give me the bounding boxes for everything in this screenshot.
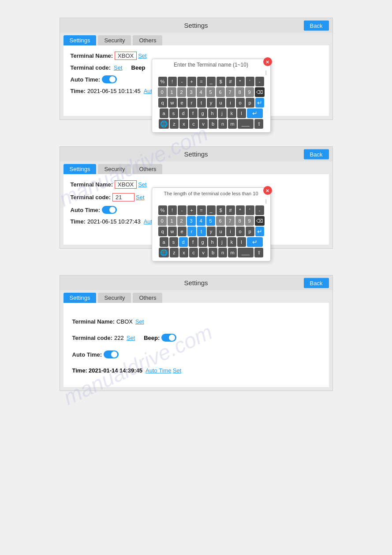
kb-v[interactable]: v bbox=[199, 119, 208, 129]
kb2-star[interactable]: * bbox=[236, 205, 245, 215]
kb-j[interactable]: j bbox=[218, 108, 227, 118]
kb-3[interactable]: 3 bbox=[187, 87, 196, 97]
kb-o[interactable]: o bbox=[236, 98, 245, 108]
tab-settings-3[interactable]: Settings bbox=[63, 293, 97, 303]
kb2-4[interactable]: 4 bbox=[197, 216, 205, 226]
kb-enter-1[interactable]: ↵ bbox=[255, 98, 264, 108]
kb2-g[interactable]: g bbox=[198, 237, 207, 247]
kb2-q[interactable]: q bbox=[158, 227, 167, 236]
back-button-2[interactable]: Back bbox=[304, 149, 329, 159]
kb2-e[interactable]: e bbox=[178, 227, 187, 236]
terminal-name-set-2[interactable]: Set bbox=[138, 181, 147, 188]
kb2-u[interactable]: u bbox=[217, 227, 225, 236]
kb2-j[interactable]: j bbox=[218, 237, 227, 247]
kb2-excl[interactable]: ! bbox=[168, 205, 177, 215]
kb2-i[interactable]: i bbox=[226, 227, 235, 236]
auto-link-3[interactable]: Auto Time bbox=[146, 367, 172, 374]
kb-d[interactable]: d bbox=[179, 108, 188, 118]
kb-t[interactable]: t bbox=[197, 98, 206, 108]
beep-toggle-3[interactable] bbox=[161, 334, 176, 342]
kb-k[interactable]: k bbox=[228, 108, 236, 118]
kb-n[interactable]: n bbox=[218, 119, 227, 129]
kb-z[interactable]: z bbox=[170, 119, 179, 129]
tab-security-2[interactable]: Security bbox=[98, 164, 131, 174]
back-button-3[interactable]: Back bbox=[304, 278, 329, 288]
kb2-s[interactable]: s bbox=[169, 237, 178, 247]
kb-4[interactable]: 4 bbox=[197, 87, 205, 97]
terminal-code-set-3[interactable]: Set bbox=[127, 335, 135, 341]
kb-m[interactable]: m bbox=[228, 119, 237, 129]
kb-g[interactable]: g bbox=[198, 108, 207, 118]
kb2-c[interactable]: c bbox=[189, 248, 198, 257]
kb-h[interactable]: h bbox=[208, 108, 217, 118]
kb2-z[interactable]: z bbox=[170, 248, 179, 257]
kb-dash[interactable]: - bbox=[255, 77, 264, 86]
kb2-r[interactable]: r bbox=[187, 227, 196, 236]
terminal-name-set-1[interactable]: Set bbox=[138, 52, 147, 59]
kb-space[interactable]: ___ bbox=[238, 119, 254, 129]
tab-security-1[interactable]: Security bbox=[98, 35, 131, 45]
kb-quote[interactable]: ' bbox=[246, 77, 254, 86]
kb2-0[interactable]: 0 bbox=[158, 216, 167, 226]
kb-p[interactable]: p bbox=[246, 98, 254, 108]
kb2-a[interactable]: a bbox=[160, 237, 168, 247]
kb-globe[interactable]: 🌐 bbox=[159, 119, 169, 129]
kb-8[interactable]: 8 bbox=[235, 87, 244, 97]
kb2-t[interactable]: t bbox=[197, 227, 206, 236]
kb2-9[interactable]: 9 bbox=[245, 216, 254, 226]
kb2-7[interactable]: 7 bbox=[226, 216, 235, 226]
auto-time-toggle-2[interactable] bbox=[102, 206, 117, 214]
kb2-m[interactable]: m bbox=[228, 248, 237, 257]
kb2-globe[interactable]: 🌐 bbox=[159, 248, 169, 257]
kb-enter-2[interactable]: ↵ bbox=[247, 108, 263, 118]
kb2-h[interactable]: h bbox=[208, 237, 217, 247]
kb-7[interactable]: 7 bbox=[226, 87, 235, 97]
auto-time-toggle-1[interactable] bbox=[102, 75, 117, 83]
kb-1[interactable]: 1 bbox=[168, 87, 176, 97]
kb-minus[interactable]: - bbox=[178, 77, 187, 86]
kb-5[interactable]: 5 bbox=[206, 87, 215, 97]
kb-q[interactable]: q bbox=[158, 98, 167, 108]
kb2-2[interactable]: 2 bbox=[177, 216, 186, 226]
kb2-k[interactable]: k bbox=[228, 237, 236, 247]
kb-9[interactable]: 9 bbox=[245, 87, 254, 97]
kb-0[interactable]: 0 bbox=[158, 87, 167, 97]
kb2-eq[interactable]: = bbox=[197, 205, 206, 215]
kb2-shift[interactable]: ⇧ bbox=[254, 248, 263, 257]
kb-eq[interactable]: = bbox=[197, 77, 206, 86]
kb2-percent[interactable]: % bbox=[158, 205, 167, 215]
kb-y[interactable]: y bbox=[207, 98, 216, 108]
kb-c[interactable]: c bbox=[189, 119, 198, 129]
kb-hash[interactable]: # bbox=[226, 77, 235, 86]
keyboard-close-2[interactable]: × bbox=[263, 186, 272, 195]
terminal-code-set-2[interactable]: Set bbox=[136, 194, 145, 201]
tab-security-3[interactable]: Security bbox=[98, 293, 131, 303]
kb2-y[interactable]: y bbox=[207, 227, 216, 236]
kb-percent[interactable]: % bbox=[158, 77, 167, 86]
kb2-space[interactable]: ___ bbox=[238, 248, 254, 257]
kb2-x[interactable]: x bbox=[179, 248, 188, 257]
kb-w[interactable]: w bbox=[168, 98, 177, 108]
kb2-8[interactable]: 8 bbox=[235, 216, 244, 226]
kb2-enter-1[interactable]: ↵ bbox=[255, 227, 264, 236]
kb2-dash[interactable]: - bbox=[255, 205, 264, 215]
kb-f[interactable]: f bbox=[189, 108, 198, 118]
kb2-w[interactable]: w bbox=[168, 227, 177, 236]
tab-others-1[interactable]: Others bbox=[133, 35, 162, 45]
kb2-f[interactable]: f bbox=[189, 237, 198, 247]
kb-r[interactable]: r bbox=[187, 98, 196, 108]
kb2-1[interactable]: 1 bbox=[168, 216, 176, 226]
auto-time-toggle-3[interactable] bbox=[104, 350, 119, 358]
kb-l[interactable]: l bbox=[237, 108, 246, 118]
kb2-backspace[interactable]: ⌫ bbox=[255, 216, 265, 226]
kb2-5[interactable]: 5 bbox=[206, 216, 215, 226]
terminal-name-set-3[interactable]: Set bbox=[135, 318, 144, 325]
kb2-v[interactable]: v bbox=[199, 248, 208, 257]
kb2-b[interactable]: b bbox=[209, 248, 217, 257]
kb-s[interactable]: s bbox=[169, 108, 178, 118]
kb-2[interactable]: 2 bbox=[177, 87, 186, 97]
tab-others-2[interactable]: Others bbox=[133, 164, 162, 174]
kb2-l[interactable]: l bbox=[237, 237, 246, 247]
kb-x[interactable]: x bbox=[179, 119, 188, 129]
kb2-p[interactable]: p bbox=[246, 227, 254, 236]
